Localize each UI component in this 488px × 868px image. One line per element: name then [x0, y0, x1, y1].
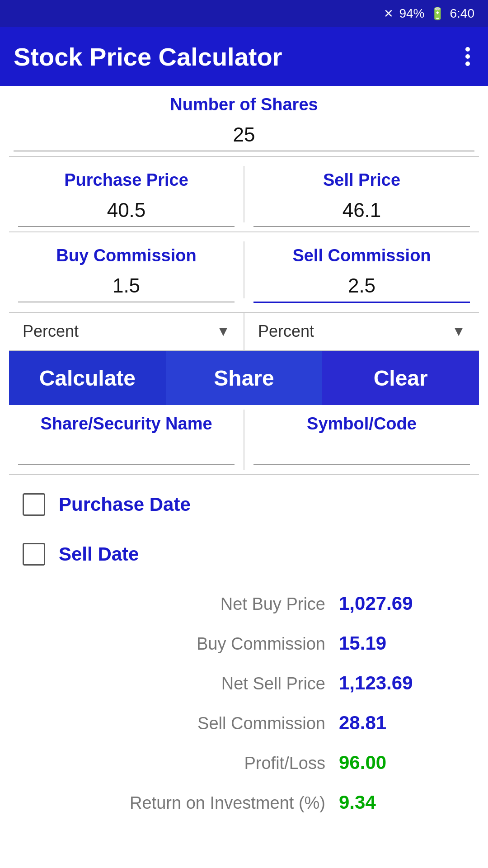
- buy-dropdown-arrow-icon: ▼: [216, 324, 230, 339]
- sell-commission-result-label: Sell Commission: [197, 714, 325, 733]
- symbol-code-input[interactable]: [253, 438, 470, 465]
- sell-date-checkbox[interactable]: [23, 543, 45, 566]
- sell-commission-result-row: Sell Commission 28.81: [18, 703, 470, 743]
- price-row: Purchase Price Sell Price: [9, 161, 479, 227]
- battery-text: 94%: [399, 6, 424, 21]
- status-icons: ✕ 94% 🔋 6:40: [384, 6, 474, 21]
- dropdowns-row: Percent ▼ Percent ▼: [9, 312, 479, 351]
- action-buttons-row: Calculate Share Clear: [9, 351, 479, 405]
- share-name-label: Share/Security Name: [18, 414, 235, 434]
- name-fields-row: Share/Security Name Symbol/Code: [9, 405, 479, 474]
- share-name-section: Share/Security Name: [9, 410, 244, 470]
- sell-date-label: Sell Date: [59, 543, 139, 565]
- battery-icon: 🔋: [430, 7, 445, 21]
- net-sell-price-label: Net Sell Price: [221, 674, 325, 693]
- purchase-date-checkbox[interactable]: [23, 493, 45, 516]
- profit-loss-label: Profit/Loss: [244, 754, 325, 773]
- commission-row: Buy Commission Sell Commission: [9, 237, 479, 303]
- sell-commission-result-value: 28.81: [339, 712, 465, 734]
- number-of-shares-input[interactable]: [14, 119, 474, 151]
- sell-price-label: Sell Price: [253, 170, 470, 190]
- buy-type-dropdown[interactable]: Percent ▼: [9, 313, 244, 350]
- number-of-shares-label: Number of Shares: [14, 95, 474, 114]
- app-title: Stock Price Calculator: [14, 42, 282, 71]
- profit-loss-row: Profit/Loss 96.00: [18, 743, 470, 783]
- main-content: Number of Shares Purchase Price Sell Pri…: [0, 86, 488, 845]
- roi-label: Return on Investment (%): [130, 793, 325, 813]
- results-section: Net Buy Price 1,027.69 Buy Commission 15…: [9, 579, 479, 827]
- buy-commission-result-value: 15.19: [339, 632, 465, 654]
- share-name-input[interactable]: [18, 438, 235, 465]
- profit-loss-value: 96.00: [339, 752, 465, 774]
- divider-2: [9, 231, 479, 232]
- sell-commission-label: Sell Commission: [253, 246, 470, 265]
- buy-type-value: Percent: [23, 322, 79, 341]
- divider-1: [9, 156, 479, 157]
- sell-commission-section: Sell Commission: [244, 237, 479, 303]
- net-buy-price-label: Net Buy Price: [221, 594, 325, 614]
- net-buy-price-row: Net Buy Price 1,027.69: [18, 584, 470, 623]
- roi-row: Return on Investment (%) 9.34: [18, 783, 470, 822]
- purchase-date-label: Purchase Date: [59, 494, 191, 515]
- sell-dropdown-arrow-icon: ▼: [452, 324, 465, 339]
- dot2: [465, 54, 470, 59]
- app-header: Stock Price Calculator: [0, 27, 488, 86]
- sell-price-section: Sell Price: [244, 161, 479, 227]
- net-buy-price-value: 1,027.69: [339, 593, 465, 614]
- buy-commission-result-label: Buy Commission: [197, 634, 325, 654]
- sell-type-dropdown[interactable]: Percent ▼: [244, 313, 479, 350]
- buy-commission-section: Buy Commission: [9, 237, 244, 303]
- clear-button[interactable]: Clear: [322, 351, 479, 405]
- number-of-shares-section: Number of Shares: [9, 86, 479, 151]
- time-display: 6:40: [450, 6, 475, 21]
- purchase-price-input[interactable]: [18, 194, 235, 227]
- net-sell-price-row: Net Sell Price 1,123.69: [18, 663, 470, 703]
- sell-type-value: Percent: [258, 322, 314, 341]
- divider-3: [9, 474, 479, 475]
- symbol-code-section: Symbol/Code: [244, 410, 479, 470]
- purchase-price-label: Purchase Price: [18, 170, 235, 190]
- overflow-menu-button[interactable]: [461, 42, 474, 71]
- sell-commission-input[interactable]: [253, 270, 470, 303]
- share-button[interactable]: Share: [166, 351, 323, 405]
- purchase-price-section: Purchase Price: [9, 161, 244, 227]
- roi-value: 9.34: [339, 792, 465, 813]
- signal-icon: ✕: [384, 7, 394, 21]
- dot1: [465, 47, 470, 52]
- symbol-code-label: Symbol/Code: [253, 414, 470, 434]
- buy-commission-input[interactable]: [18, 270, 235, 302]
- calculate-button[interactable]: Calculate: [9, 351, 166, 405]
- net-sell-price-value: 1,123.69: [339, 672, 465, 694]
- sell-price-input[interactable]: [253, 194, 470, 227]
- dot3: [465, 61, 470, 66]
- buy-commission-label: Buy Commission: [18, 246, 235, 265]
- buy-commission-result-row: Buy Commission 15.19: [18, 623, 470, 663]
- status-bar: ✕ 94% 🔋 6:40: [0, 0, 488, 27]
- purchase-date-row: Purchase Date: [9, 480, 479, 529]
- sell-date-row: Sell Date: [9, 529, 479, 579]
